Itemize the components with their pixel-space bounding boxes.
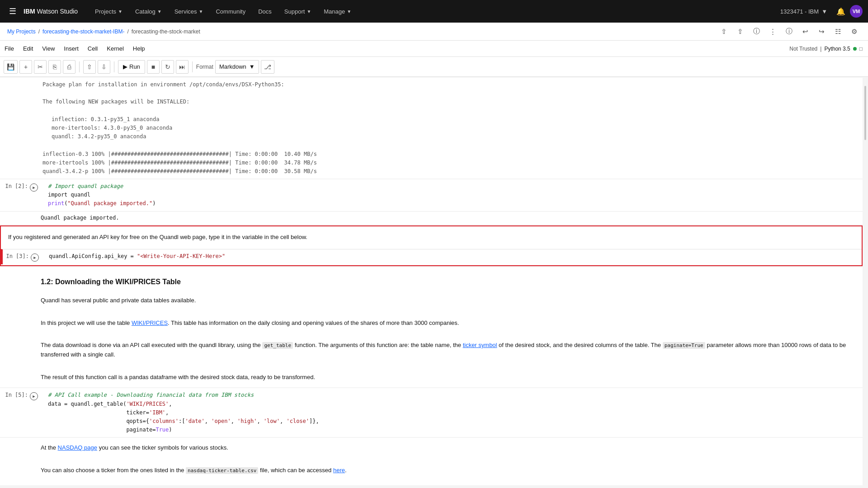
share-button[interactable]: ⇧ — [733, 25, 747, 38]
toolbar-separator — [79, 61, 80, 72]
more-options-button[interactable]: ⋮ — [766, 25, 779, 38]
format-label: Format — [196, 64, 213, 70]
chevron-down-icon: ▼ — [199, 9, 203, 14]
nav-catalog[interactable]: Catalog ▼ — [129, 0, 168, 23]
run-icon: ▶ — [123, 63, 127, 70]
chevron-down-icon: ▼ — [249, 63, 255, 70]
ticker-symbol-link[interactable]: ticker symbol — [463, 342, 497, 348]
interrupt-button[interactable]: ■ — [147, 60, 160, 74]
trusted-status: Not Trusted — [789, 46, 817, 52]
cell-in5: In [5]: ▶ # API Call example - Downloadi… — [0, 388, 863, 437]
cell-code-2[interactable]: # Import quandl package import quandl pr… — [42, 179, 863, 211]
cell-in2: In [2]: ▶ # Import quandl package import… — [0, 179, 863, 211]
notification-bell[interactable]: 🔔 — [834, 4, 848, 19]
forward-button[interactable]: ↪ — [815, 25, 828, 38]
expand-icon[interactable]: □ — [859, 46, 863, 52]
breadcrumb-my-projects[interactable]: My Projects — [7, 28, 36, 35]
breadcrumb-actions: ⇧ ⇧ ⓘ ⋮ ⓘ ↩ ↪ ☷ ⚙ — [717, 25, 861, 38]
chevron-down-icon: ▼ — [118, 9, 123, 14]
cut-cell-button[interactable]: ✂ — [34, 60, 47, 74]
back-button[interactable]: ↩ — [798, 25, 812, 38]
jupyter-menubar: File Edit View Insert Cell Kernel Help N… — [0, 41, 868, 57]
scroll-thumb[interactable] — [864, 86, 866, 140]
breadcrumb-separator: / — [127, 28, 128, 35]
run-cell-5-button[interactable]: ▶ — [30, 392, 38, 400]
nav-manage[interactable]: Manage ▼ — [317, 0, 358, 23]
cell-section-heading: 1.2: Downloading the WIKI/PRICES Table — [0, 267, 863, 292]
add-cell-button[interactable]: + — [19, 60, 32, 74]
breadcrumb-current: forecasting-the-stock-market — [132, 28, 200, 35]
nav-community[interactable]: Community — [209, 0, 252, 23]
restart-run-button[interactable]: ⏭ — [176, 60, 189, 74]
cell-output-content: Package plan for installation in environ… — [2, 78, 863, 178]
csv-link[interactable]: here — [333, 467, 345, 474]
menu-kernel[interactable]: Kernel — [102, 41, 128, 57]
notebook-cells: Package plan for installation in environ… — [0, 78, 863, 485]
toolbar-separator — [114, 61, 114, 72]
help-button[interactable]: ⓘ — [750, 25, 763, 38]
menu-help[interactable]: Help — [128, 41, 150, 57]
copy-cell-button[interactable]: ⎘ — [48, 60, 61, 74]
grid-button[interactable]: ☷ — [831, 25, 844, 38]
breadcrumb-separator: / — [38, 28, 40, 35]
scrollbar[interactable] — [863, 77, 868, 485]
cell-prompt-2: In [2]: ▶ — [2, 179, 42, 211]
cell-output-2: Quandl package imported. — [0, 212, 863, 225]
paste-cell-button[interactable]: ⎙ — [63, 60, 75, 74]
upload-button[interactable]: ⇧ — [717, 25, 731, 38]
nav-right-actions: 1323471 - IBM ▼ 🔔 VM — [776, 4, 863, 19]
cell-markdown-info: If you registered and generated an API k… — [1, 226, 862, 249]
avatar[interactable]: VM — [850, 5, 863, 18]
menu-items: File Edit View Insert Cell Kernel Help — [0, 41, 150, 57]
hamburger-menu[interactable]: ☰ — [5, 4, 20, 19]
menu-edit[interactable]: Edit — [19, 41, 38, 57]
save-button[interactable]: 💾 — [4, 60, 18, 74]
breadcrumb: My Projects / forecasting-the-stock-mark… — [0, 23, 868, 41]
keyboard-shortcuts-button[interactable]: ⎇ — [261, 60, 274, 74]
top-navigation: ☰ IBM Watson Studio Projects ▼ Catalog ▼… — [0, 0, 868, 23]
chevron-down-icon: ▼ — [821, 8, 827, 15]
notebook-wrapper: Package plan for installation in environ… — [0, 77, 868, 485]
nav-projects[interactable]: Projects ▼ — [89, 0, 129, 23]
menu-view[interactable]: View — [38, 41, 59, 57]
cell-markdown-desc: Quandl has several public and private da… — [0, 292, 863, 387]
chevron-down-icon: ▼ — [347, 9, 351, 14]
nav-services[interactable]: Services ▼ — [168, 0, 210, 23]
kernel-indicator — [853, 47, 857, 51]
kernel-status: Not Trusted | Python 3.5 □ — [789, 46, 868, 52]
breadcrumb-project[interactable]: forecasting-the-stock-market-IBM- — [42, 28, 124, 35]
toolbar-separator — [192, 61, 193, 72]
cell-info-highlighted: If you registered and generated an API k… — [0, 225, 863, 267]
move-down-button[interactable]: ⇩ — [98, 60, 110, 74]
brand-logo: IBM Watson Studio — [24, 8, 78, 15]
nav-menu: Projects ▼ Catalog ▼ Services ▼ Communit… — [89, 0, 776, 23]
run-cell-3-button[interactable]: ▶ — [31, 253, 39, 262]
menu-file[interactable]: File — [0, 41, 19, 57]
cell-code-3[interactable]: quandl.ApiConfig.api_key = "<Write-Your-… — [43, 249, 862, 264]
info-button[interactable]: ⓘ — [782, 25, 796, 38]
nasdaq-link[interactable]: NASDAQ page — [58, 444, 97, 451]
move-up-button[interactable]: ⇧ — [83, 60, 96, 74]
menu-insert[interactable]: Insert — [59, 41, 83, 57]
cell-markdown-desc2: At the NASDAQ page you can see the ticke… — [0, 438, 863, 485]
nav-support[interactable]: Support ▼ — [278, 0, 317, 23]
notebook-toolbar: 💾 + ✂ ⎘ ⎙ ⇧ ⇩ ▶ Run ■ ↻ ⏭ Format Markdow… — [0, 57, 868, 77]
run-label: Run — [129, 63, 140, 70]
cell-output-install: Package plan for installation in environ… — [0, 78, 863, 178]
cell-format-dropdown[interactable]: Markdown ▼ — [215, 60, 259, 74]
cell-code-5[interactable]: # API Call example - Downloading financi… — [42, 388, 863, 437]
settings-button[interactable]: ⚙ — [847, 25, 861, 38]
run-cell-2-button[interactable]: ▶ — [30, 183, 38, 192]
restart-button[interactable]: ↻ — [161, 60, 174, 74]
cell-in3: In [3]: ▶ quandl.ApiConfig.api_key = "<W… — [1, 249, 862, 264]
chevron-down-icon: ▼ — [307, 9, 311, 14]
wiki-prices-link[interactable]: WIKI/PRICES — [132, 319, 168, 326]
nav-docs[interactable]: Docs — [252, 0, 278, 23]
menu-cell[interactable]: Cell — [83, 41, 102, 57]
kernel-name: Python 3.5 — [824, 46, 850, 52]
cell-prompt-3: In [3]: ▶ — [3, 249, 43, 264]
chevron-down-icon: ▼ — [157, 9, 162, 14]
user-account[interactable]: 1323471 - IBM ▼ — [776, 8, 832, 15]
run-button[interactable]: ▶ Run — [118, 60, 145, 74]
notebook-scroll-area[interactable]: Package plan for installation in environ… — [0, 77, 863, 485]
